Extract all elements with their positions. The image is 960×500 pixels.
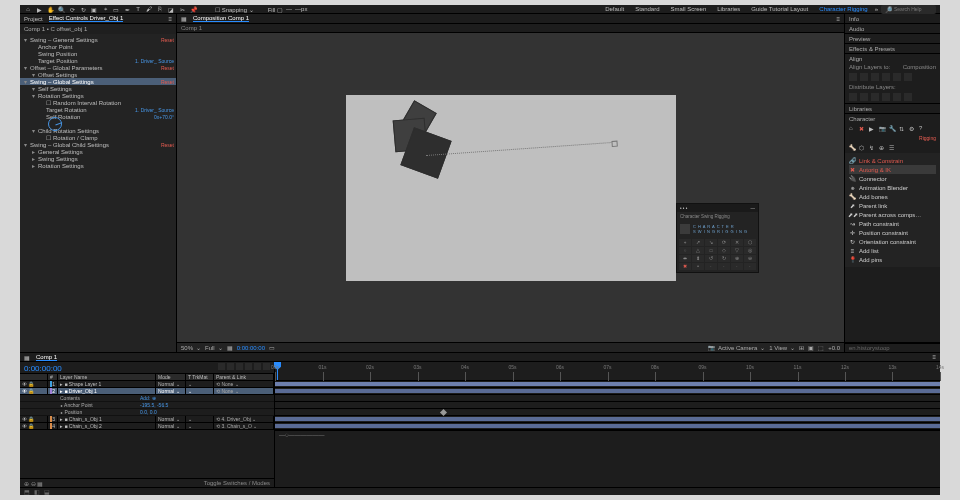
plugin-grid-button[interactable]: ·	[718, 263, 730, 270]
plugin-grid-button[interactable]: ·	[744, 263, 756, 270]
type-tool-icon[interactable]: T	[134, 5, 142, 13]
status-icon-3[interactable]: ⬓	[44, 488, 50, 495]
plugin-grid-button[interactable]: ↻	[718, 255, 730, 262]
comp-mini-flowchart[interactable]: Comp 1	[177, 24, 844, 33]
comp-panel-label[interactable]: Composition Comp 1	[193, 15, 249, 22]
track-row[interactable]	[275, 402, 940, 409]
dist-3-icon[interactable]	[871, 93, 879, 101]
dist-2-icon[interactable]	[860, 93, 868, 101]
ec-property-row[interactable]: Target Position1. Driver_ Source	[20, 57, 176, 64]
plugin-grid-button[interactable]: ○	[679, 247, 691, 254]
transparency-grid-icon[interactable]: ▦	[227, 344, 233, 351]
duik-item[interactable]: ⬈Parent link	[849, 201, 936, 210]
tab-project[interactable]: Project	[24, 16, 43, 22]
ec-property-row[interactable]: ▾Swing – General SettingsReset	[20, 36, 176, 43]
guides-icon[interactable]: ⊞	[799, 344, 804, 351]
track-row[interactable]	[275, 423, 940, 430]
ec-property-row[interactable]: ☐Random Interval Rotation	[20, 99, 176, 106]
col-mode[interactable]: Mode	[156, 374, 186, 380]
help-search-input[interactable]	[894, 6, 934, 12]
plugin-grid-button[interactable]: •	[692, 263, 704, 270]
duik-sub-3-icon[interactable]: ↯	[869, 144, 876, 151]
timeline-track-pane[interactable]: 00s01s02s03s04s05s06s07s08s09s10s11s12s1…	[275, 362, 940, 487]
tl-3d-icon[interactable]	[263, 363, 270, 370]
duik-io-icon[interactable]: ⇅	[899, 125, 906, 132]
track-row[interactable]	[275, 395, 940, 402]
puppet-tool-icon[interactable]: 📌	[189, 5, 197, 13]
plugin-grid-button[interactable]: □	[705, 247, 717, 254]
stroke-swatch[interactable]: —	[286, 6, 292, 12]
panel-audio[interactable]: Audio	[845, 24, 940, 33]
ec-property-row[interactable]: ▾Offset Settings	[20, 71, 176, 78]
panel-info[interactable]: Info	[845, 14, 940, 23]
plugin-grid-button[interactable]: ↘	[705, 239, 717, 246]
col-parent[interactable]: Parent & Link	[214, 374, 274, 380]
duik-item[interactable]: 📍Add pins	[849, 255, 936, 264]
status-icon-1[interactable]: ⬒	[24, 488, 30, 495]
plugin-grid-button[interactable]: ✕	[731, 239, 743, 246]
tab-effect-controls[interactable]: Effect Controls Driver_Obj 1	[49, 15, 124, 22]
panel-libraries[interactable]: Libraries	[845, 104, 940, 113]
duik-item[interactable]: ✛Position constraint	[849, 228, 936, 237]
ec-property-row[interactable]: Self Rotation0x+70.0°	[20, 113, 176, 120]
timeline-layer-row[interactable]: 👁 🔒1▸ ■ Shape Layer 1Normal ⌄⌄⟲ None ⌄	[20, 381, 274, 388]
panel-menu-icon[interactable]: ≡	[932, 354, 936, 360]
timecode-display[interactable]: 0:00:00:00	[20, 362, 66, 373]
duik-item[interactable]: ⬈⬈Parent across comps…	[849, 210, 936, 219]
mask-icon[interactable]: ▣	[808, 344, 814, 351]
align-hcenter-icon[interactable]	[860, 73, 868, 81]
camera-dropdown[interactable]: 📷 Active Camera ⌄	[708, 344, 765, 351]
pen-tool-icon[interactable]: ✒	[123, 5, 131, 13]
duik-item[interactable]: ✖Autorig & IK	[849, 165, 936, 174]
timeline-layer-row[interactable]: 👁 🔒4▸ ■ Chain_s_Obj 2Normal ⌄⌄⟲ 3. Chain…	[20, 423, 274, 430]
dist-5-icon[interactable]	[893, 93, 901, 101]
align-top-icon[interactable]	[882, 73, 890, 81]
track-row[interactable]	[275, 381, 940, 388]
ec-property-row[interactable]: ▾Offset – Global ParametersReset	[20, 64, 176, 71]
tl-graph-icon[interactable]	[254, 363, 261, 370]
duik-item[interactable]: ↻Orientation constraint	[849, 237, 936, 246]
plugin-grid-button[interactable]: ◇	[718, 247, 730, 254]
panel-menu-icon[interactable]: ≡	[168, 16, 172, 22]
plugin-close-icon[interactable]: —	[751, 206, 756, 211]
stroke-width[interactable]: —px	[295, 6, 307, 12]
timeline-layer-row[interactable]: 👁 🔒2▸ ■ Driver_Obj 1Normal ⌄⌄⟲ None ⌄	[20, 388, 274, 395]
duik-item[interactable]: ⎈Animation Blender	[849, 183, 936, 192]
tab-align[interactable]: Align	[845, 54, 940, 63]
canvas[interactable]	[346, 95, 676, 281]
duik-anim-icon[interactable]: ▶	[869, 125, 876, 132]
duik-tools-icon[interactable]: 🔧	[889, 125, 896, 132]
duik-item[interactable]: ↝Path constraint	[849, 219, 936, 228]
tl-shy-icon[interactable]	[227, 363, 234, 370]
duik-item[interactable]: 🦴Add bones	[849, 192, 936, 201]
ec-property-row[interactable]: ▾Swing – Global SettingsReset	[20, 78, 176, 85]
col-num[interactable]: #	[48, 374, 58, 380]
ec-property-row[interactable]: Swing Position	[20, 50, 176, 57]
pan-behind-tool-icon[interactable]: ⌖	[101, 5, 109, 13]
tl-mb-icon[interactable]	[245, 363, 252, 370]
status-icon-2[interactable]: ◧	[34, 488, 40, 495]
plugin-grid-button[interactable]: ⊕	[731, 255, 743, 262]
resolution-dropdown[interactable]: Full ⌄	[205, 344, 223, 351]
duik-home-icon[interactable]: ⌂	[849, 125, 856, 132]
plugin-grid-button[interactable]: +	[679, 239, 691, 246]
col-name[interactable]: Layer Name	[58, 374, 156, 380]
composition-viewer[interactable]: • • • — Character Swing Rigging C H A R …	[177, 33, 844, 342]
layer-property-row[interactable]: ⬥ Position0.0, 0.0	[20, 409, 274, 416]
roto-tool-icon[interactable]: ✂	[178, 5, 186, 13]
workspace-overflow-icon[interactable]: »	[875, 6, 878, 12]
timeline-layer-row[interactable]: 👁 🔒3▸ ■ Chain_s_Obj 1Normal ⌄⌄⟲ 4. Drive…	[20, 416, 274, 423]
rect-tool-icon[interactable]: ▭	[112, 5, 120, 13]
keyframe-icon[interactable]	[440, 409, 447, 416]
plugin-panel-head[interactable]: • • • —	[677, 204, 758, 212]
plugin-panel[interactable]: • • • — Character Swing Rigging C H A R …	[676, 203, 759, 273]
workspace-small-screen[interactable]: Small Screen	[667, 5, 711, 13]
dist-1-icon[interactable]	[849, 93, 857, 101]
plugin-grid-button[interactable]: ·	[731, 263, 743, 270]
plugin-grid-button[interactable]: ↺	[705, 255, 717, 262]
panel-grip-icon[interactable]: ▦	[24, 354, 30, 361]
panel-grip-icon[interactable]: ▦	[181, 15, 187, 22]
align-to-dropdown[interactable]: Composition	[903, 64, 936, 70]
plugin-grid-button[interactable]: ▽	[731, 247, 743, 254]
align-left-icon[interactable]	[849, 73, 857, 81]
